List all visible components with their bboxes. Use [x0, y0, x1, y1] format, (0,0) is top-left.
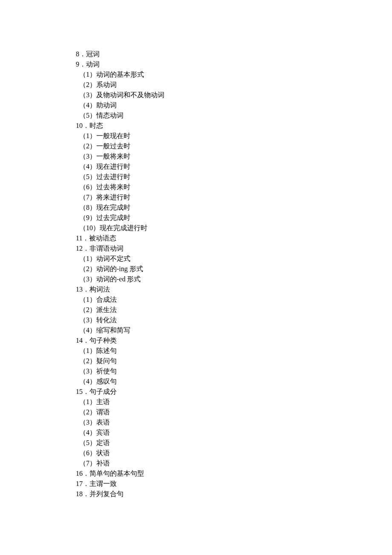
outline-item: 11．被动语态	[76, 233, 392, 243]
outline-subitem: （3）动词的-ed 形式	[76, 274, 392, 284]
outline-subitem: （1）合成法	[76, 295, 392, 305]
outline-subitem: （4）感叹句	[76, 376, 392, 387]
outline-item: 13．构词法	[76, 284, 392, 295]
outline-item: 18．并列复合句	[76, 489, 392, 499]
outline-item: 12．非谓语动词	[76, 243, 392, 254]
outline-subitem: （1）动词的基本形式	[76, 69, 392, 80]
outline-subitem: （1）动词不定式	[76, 254, 392, 264]
outline-subitem: （1）一般现在时	[76, 131, 392, 141]
outline-subitem: （4）宾语	[76, 428, 392, 438]
outline-item: 16．简单句的基本句型	[76, 468, 392, 479]
outline-subitem: （7）将来进行时	[76, 192, 392, 202]
outline-subitem: （3）转化法	[76, 315, 392, 325]
outline-subitem: （7）补语	[76, 458, 392, 468]
outline-subitem: （1）主语	[76, 397, 392, 407]
outline-subitem: （3）祈使句	[76, 366, 392, 376]
outline-subitem: （6）过去将来时	[76, 182, 392, 192]
outline-item: 14．句子种类	[76, 335, 392, 346]
outline-subitem: （8）现在完成时	[76, 202, 392, 213]
outline-subitem: （2）谓语	[76, 407, 392, 417]
document-page: 8．冠词9．动词（1）动词的基本形式（2）系动词（3）及物动词和不及物动词（4）…	[0, 0, 392, 555]
outline-subitem: （4）助动词	[76, 100, 392, 110]
outline-subitem: （1）陈述句	[76, 346, 392, 356]
outline-subitem: （4）现在进行时	[76, 162, 392, 172]
outline-subitem: （3）一般将来时	[76, 151, 392, 162]
outline-subitem: （2）系动词	[76, 80, 392, 90]
outline-subitem: （9）过去完成时	[76, 213, 392, 223]
outline-item: 15．句子成分	[76, 387, 392, 397]
outline-subitem: （5）过去进行时	[76, 172, 392, 182]
outline-subitem: （3）及物动词和不及物动词	[76, 90, 392, 100]
outline-subitem: （3）表语	[76, 417, 392, 428]
outline-subitem: （2）一般过去时	[76, 141, 392, 151]
outline-item: 17．主谓一致	[76, 479, 392, 489]
outline-subitem: （6）状语	[76, 448, 392, 458]
outline-subitem: （10）现在完成进行时	[76, 223, 392, 233]
outline-subitem: （2）派生法	[76, 305, 392, 315]
outline-subitem: （5）情态动词	[76, 110, 392, 121]
outline-list: 8．冠词9．动词（1）动词的基本形式（2）系动词（3）及物动词和不及物动词（4）…	[76, 49, 392, 499]
outline-item: 8．冠词	[76, 49, 392, 59]
outline-subitem: （4）缩写和简写	[76, 325, 392, 335]
outline-item: 10．时态	[76, 121, 392, 131]
outline-subitem: （2）动词的-ing 形式	[76, 264, 392, 274]
outline-item: 9．动词	[76, 59, 392, 69]
outline-subitem: （2）疑问句	[76, 356, 392, 366]
outline-subitem: （5）定语	[76, 438, 392, 448]
